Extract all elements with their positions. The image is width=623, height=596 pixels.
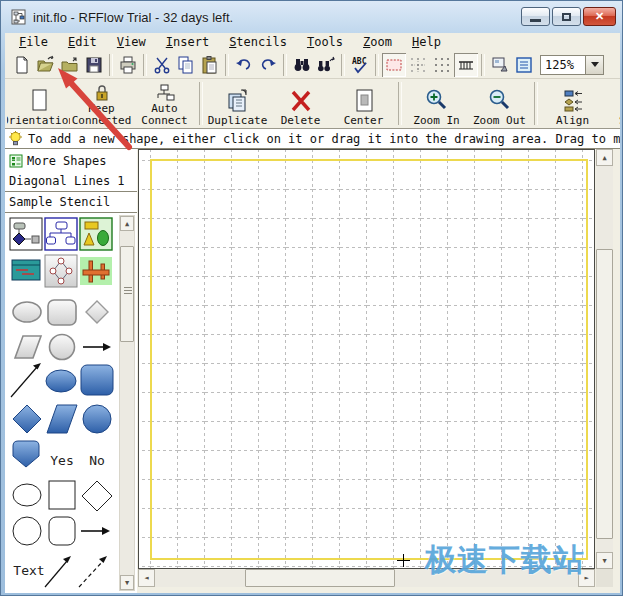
grid-background	[139, 150, 594, 568]
canvas-vscrollbar[interactable]: ▲ ▼	[596, 149, 613, 569]
yes-label[interactable]: Yes	[50, 453, 73, 468]
stencil-table[interactable]	[12, 260, 40, 280]
sidebar-item-sample-stencil[interactable]: Sample Stencil	[5, 192, 137, 212]
diagonal-arrow[interactable]	[11, 363, 41, 397]
palette-scroll-down-button[interactable]: ▼	[120, 575, 134, 590]
align-button[interactable]: Align	[541, 79, 604, 128]
palette-scroll-up-button[interactable]: ▲	[120, 216, 134, 231]
keep-connected-button[interactable]: Keep Connected	[70, 79, 133, 128]
gray-circle[interactable]	[50, 335, 75, 360]
duplicate-pages-icon	[225, 88, 251, 114]
delete-button[interactable]: Delete	[269, 79, 332, 128]
menu-insert[interactable]: Insert	[156, 33, 219, 51]
redo-button[interactable]	[256, 53, 280, 77]
snap-grid-button[interactable]	[406, 53, 430, 77]
grid-lines-button[interactable]	[454, 53, 478, 77]
insert-shape-button[interactable]	[488, 53, 512, 77]
close-button[interactable]: ✕	[583, 7, 616, 26]
notes-button[interactable]	[512, 53, 536, 77]
diagonal-arrow-solid[interactable]	[45, 556, 71, 587]
menu-help[interactable]: Help	[402, 33, 451, 51]
new-button[interactable]	[10, 53, 34, 77]
menu-stencils[interactable]: Stencils	[219, 33, 297, 51]
portrait-page-icon	[27, 88, 51, 114]
zoom-in-button[interactable]: Zoom In	[405, 79, 468, 128]
gray-parallelogram[interactable]	[15, 336, 41, 358]
gray-rounded-square[interactable]	[48, 300, 76, 325]
palette-scrollbar[interactable]: ▲ ▼	[119, 215, 135, 591]
center-button[interactable]: Center	[332, 79, 395, 128]
right-arrow[interactable]	[83, 343, 111, 351]
drawing-area[interactable]	[138, 149, 595, 569]
paste-button[interactable]	[198, 53, 222, 77]
menu-view[interactable]: View	[107, 33, 156, 51]
page-frame-button[interactable]	[382, 53, 406, 77]
tip-text: To add a new shape, either click on it o…	[28, 132, 620, 146]
outline-circle[interactable]	[13, 517, 41, 545]
print-button[interactable]	[116, 53, 140, 77]
spellcheck-button[interactable]: ABC	[348, 53, 372, 77]
app-window: init.flo - RFFlow Trial - 32 days left. …	[0, 0, 623, 596]
auto-connect-button[interactable]: Auto Connect	[133, 79, 196, 128]
toolbar-separator	[534, 82, 538, 125]
orientation-button[interactable]: Orientation	[7, 79, 70, 128]
menu-zoom[interactable]: Zoom	[353, 33, 402, 51]
outline-square[interactable]	[49, 481, 75, 509]
menu-edit[interactable]: Edit	[58, 33, 107, 51]
lightbulb-icon	[8, 131, 23, 147]
copy-button[interactable]	[174, 53, 198, 77]
blue-circle[interactable]	[83, 405, 111, 433]
sidebar-item-more-shapes[interactable]: More Shapes	[5, 151, 137, 171]
diagonal-arrow-dashed[interactable]	[79, 556, 107, 587]
canvas-vscrollbar-thumb[interactable]	[596, 249, 613, 539]
blue-ellipse[interactable]	[46, 370, 76, 392]
zoom-value[interactable]: 125%	[541, 56, 585, 74]
canvas-scroll-left-button[interactable]: ◄	[138, 569, 155, 587]
outline-diamond[interactable]	[82, 481, 112, 511]
stencil-network[interactable]	[45, 255, 77, 287]
palette-scrollbar-thumb[interactable]	[120, 246, 134, 342]
stencil-orgchart[interactable]	[45, 218, 77, 250]
duplicate-button[interactable]: Duplicate	[206, 79, 269, 128]
outline-rounded-square[interactable]	[49, 517, 75, 545]
zoom-combo[interactable]: 125%	[540, 55, 604, 75]
maximize-button[interactable]	[552, 7, 581, 26]
close-folder-icon	[60, 55, 80, 75]
open-icon	[36, 55, 56, 75]
save-button[interactable]	[82, 53, 106, 77]
minimize-button[interactable]	[521, 7, 550, 26]
stencil-gantt[interactable]	[80, 257, 112, 285]
sidebar-item-diagonal-lines[interactable]: Diagonal Lines 1	[5, 171, 137, 191]
main-toolbar: ABC 125%	[5, 51, 620, 79]
space-button[interactable]: Space	[604, 79, 620, 128]
zoom-out-button[interactable]: Zoom Out	[468, 79, 531, 128]
outline-ellipse[interactable]	[13, 484, 41, 506]
stencil-shapes[interactable]	[80, 218, 112, 250]
chevron-down-icon	[591, 62, 599, 67]
menu-tools[interactable]: Tools	[297, 33, 353, 51]
close-folder-button[interactable]	[58, 53, 82, 77]
dot-grid-button[interactable]	[430, 53, 454, 77]
text-shape-label[interactable]: Text	[13, 563, 44, 578]
no-label[interactable]: No	[89, 453, 105, 468]
canvas-scroll-up-button[interactable]: ▲	[596, 149, 613, 166]
zoom-dropdown-button[interactable]	[585, 56, 603, 74]
right-arrow-2[interactable]	[81, 527, 110, 535]
blue-parallelogram[interactable]	[47, 405, 77, 433]
cut-button[interactable]	[150, 53, 174, 77]
find-next-button[interactable]	[314, 53, 338, 77]
blue-rounded-rect[interactable]	[81, 365, 113, 395]
connect-shapes-icon	[153, 84, 177, 102]
blue-shield[interactable]	[13, 441, 39, 467]
blue-diamond[interactable]	[13, 405, 41, 433]
toolbar-separator	[283, 54, 287, 76]
watermark: 极速下载站	[425, 539, 623, 581]
gray-diamond[interactable]	[86, 301, 108, 323]
find-button[interactable]	[290, 53, 314, 77]
undo-button[interactable]	[232, 53, 256, 77]
canvas-hscrollbar-thumb[interactable]	[245, 569, 395, 587]
open-button[interactable]	[34, 53, 58, 77]
menu-file[interactable]: File	[9, 33, 58, 51]
stencil-flowchart[interactable]	[10, 218, 42, 250]
gray-ellipse[interactable]	[13, 302, 41, 322]
